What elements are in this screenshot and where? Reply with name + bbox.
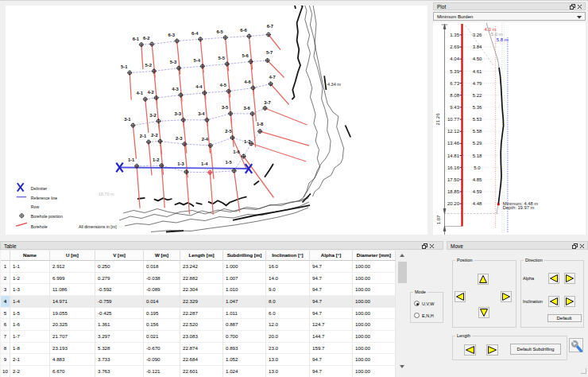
svg-text:5.18: 5.18 [473,154,482,158]
svg-text:1-3: 1-3 [177,161,184,166]
svg-text:12.12: 12.12 [447,129,460,134]
svg-text:4.85: 4.85 [473,177,482,182]
svg-text:1.35: 1.35 [450,33,459,37]
svg-text:5.0 m: 5.0 m [491,32,503,37]
svg-text:2-3: 2-3 [176,136,183,141]
svg-text:Delimiter: Delimiter [31,186,48,191]
svg-text:20.20: 20.20 [447,201,460,206]
svg-text:3-6: 3-6 [243,106,250,111]
svg-text:4.48: 4.48 [473,201,482,206]
svg-text:5-4: 5-4 [194,58,201,63]
svg-text:6-3: 6-3 [168,33,176,37]
svg-text:5.36: 5.36 [473,105,482,110]
svg-text:All dimensions in [m]: All dimensions in [m] [79,224,117,229]
svg-text:5-3: 5-3 [170,60,177,64]
svg-text:4-1: 4-1 [137,91,144,95]
svg-text:8.08: 8.08 [450,93,459,98]
svg-text:4-7: 4-7 [269,75,275,80]
svg-text:17.50: 17.50 [447,177,460,182]
svg-text:2-4: 2-4 [202,137,209,142]
svg-text:1-5: 1-5 [225,160,232,165]
svg-text:4-5: 4-5 [220,83,227,87]
svg-text:3-1: 3-1 [124,117,131,122]
svg-text:2.69: 2.69 [450,45,459,49]
svg-text:3.26: 3.26 [473,33,482,37]
svg-text:4.04: 4.04 [450,56,459,61]
svg-text:6-7: 6-7 [267,24,273,29]
svg-text:1.07: 1.07 [436,215,441,224]
svg-text:5-2: 5-2 [145,63,152,68]
svg-text:21.26: 21.26 [435,113,440,126]
svg-text:1-1: 1-1 [128,157,135,162]
svg-text:14.81: 14.81 [447,154,460,158]
svg-text:2-5: 2-5 [225,129,232,134]
svg-text:3.84: 3.84 [473,45,482,49]
svg-text:Row: Row [31,204,40,209]
svg-text:5.53: 5.53 [473,117,482,122]
svg-text:5.39: 5.39 [450,69,459,74]
svg-text:4-6: 4-6 [244,80,251,84]
svg-text:Borehole: Borehole [31,224,48,229]
svg-text:13.46: 13.46 [447,141,460,146]
svg-text:3-7: 3-7 [264,100,270,105]
svg-text:1-6: 1-6 [233,150,240,154]
svg-text:5.22: 5.22 [473,93,482,98]
svg-text:4.59: 4.59 [473,189,482,194]
svg-text:Depth: 19.97 m: Depth: 19.97 m [503,205,535,210]
svg-text:5.0: 5.0 [474,165,481,170]
svg-text:10.77: 10.77 [447,117,460,122]
svg-text:4.79: 4.79 [473,81,482,86]
svg-text:5.8 m: 5.8 m [497,37,509,42]
svg-text:1-2: 1-2 [153,157,159,162]
svg-text:3-2: 3-2 [149,113,156,118]
svg-text:5-5: 5-5 [219,56,226,60]
svg-text:5.58: 5.58 [473,129,482,134]
svg-text:6-2: 6-2 [143,36,149,41]
svg-text:2-2: 2-2 [151,133,157,138]
svg-text:4-4: 4-4 [195,84,203,89]
svg-text:6-5: 6-5 [216,29,223,34]
svg-text:1-4: 1-4 [201,161,208,166]
svg-text:Borehole position: Borehole position [31,214,63,219]
svg-text:6-1: 6-1 [133,37,140,41]
svg-text:4.3 m: 4.3 m [485,27,497,32]
svg-text:4.50: 4.50 [473,56,482,61]
svg-text:4-2: 4-2 [147,90,153,95]
svg-text:5-7: 5-7 [266,50,273,55]
svg-text:9.43: 9.43 [450,105,459,110]
svg-text:5-6: 5-6 [242,53,249,58]
svg-text:18.85: 18.85 [447,189,460,194]
svg-text:1-8: 1-8 [257,122,264,126]
svg-text:6-6: 6-6 [240,28,247,33]
svg-text:Reference line: Reference line [31,196,58,200]
svg-text:1-7: 1-7 [244,139,250,144]
svg-text:2-1: 2-1 [140,134,147,138]
svg-text:4.34 m: 4.34 m [327,82,341,87]
svg-text:18.70 m: 18.70 m [99,192,114,196]
svg-text:16.16: 16.16 [447,165,460,170]
svg-text:6-4: 6-4 [191,31,199,36]
svg-text:3-3: 3-3 [175,111,182,116]
svg-text:3-4: 3-4 [198,111,205,116]
svg-text:4.61: 4.61 [473,69,482,74]
svg-text:4-3: 4-3 [172,87,179,91]
svg-text:5-1: 5-1 [121,64,128,69]
svg-text:6.73: 6.73 [450,81,459,86]
svg-text:3-5: 3-5 [222,105,229,110]
svg-text:5.29: 5.29 [473,141,482,146]
